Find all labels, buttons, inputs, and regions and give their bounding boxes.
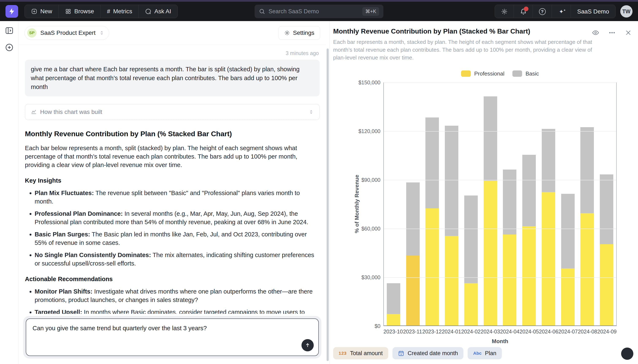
- chip-plan[interactable]: Abc Plan: [468, 347, 502, 359]
- bar-2023-10[interactable]: [387, 283, 400, 326]
- bar-segment-basic[interactable]: [464, 196, 478, 283]
- chat-input[interactable]: Can you give the same trend but quarterl…: [26, 318, 319, 356]
- bar-2024-04[interactable]: [503, 170, 516, 326]
- bar-segment-professional[interactable]: [503, 234, 516, 326]
- topbar: New Browse # Metrics Ask AI Search SaaS …: [0, 2, 638, 21]
- left-rail: [0, 21, 19, 364]
- chat-panel: SP SaaS Product Expert Settings 3 minute…: [19, 21, 326, 364]
- chat-settings-button[interactable]: Settings: [278, 26, 320, 40]
- chat-scrollbar[interactable]: [326, 21, 329, 364]
- how-chart-built-toggle[interactable]: How this chart was built: [25, 104, 320, 120]
- bar-segment-professional[interactable]: [522, 226, 536, 326]
- recommendation-item: Targeted Upsell: In months where Basic d…: [35, 308, 320, 314]
- chart-panel-title: Monthly Revenue Contribution by Plan (St…: [333, 28, 633, 35]
- x-tick-label: 2024-01: [442, 328, 461, 335]
- bar-segment-professional[interactable]: [425, 208, 439, 325]
- nav-new-label: New: [40, 8, 52, 15]
- chip-total-amount[interactable]: 123 Total amount: [333, 347, 388, 359]
- chip-created-date-month[interactable]: Created date month: [393, 347, 464, 359]
- more-options-icon[interactable]: [608, 29, 616, 36]
- bar-segment-professional[interactable]: [406, 256, 420, 326]
- topbar-right: ? ✦✦ SaaS Demo TW: [495, 5, 632, 18]
- message-timestamp: 3 minutes ago: [26, 50, 319, 56]
- bar-segment-basic[interactable]: [406, 182, 420, 256]
- chat-scrollbar-thumb[interactable]: [327, 48, 329, 361]
- help-button[interactable]: ?: [533, 5, 552, 18]
- bar-2023-11[interactable]: [406, 182, 420, 326]
- chat-message-list[interactable]: 3 minutes ago give me a bar chart where …: [19, 45, 326, 314]
- bar-2024-09[interactable]: [600, 174, 613, 326]
- agent-avatar: SP: [27, 28, 37, 38]
- close-icon[interactable]: [625, 29, 632, 36]
- y-axis-title: % of Monthly Revenue: [354, 174, 360, 233]
- key-insights-list: Plan Mix Fluctuates: The revenue split b…: [25, 189, 320, 268]
- chip-total-amount-label: Total amount: [350, 350, 383, 356]
- x-tick-label: 2024-06: [539, 328, 558, 335]
- how-chart-built-label: How this chart was built: [40, 108, 102, 115]
- bar-2024-06[interactable]: [542, 129, 555, 326]
- send-button[interactable]: [301, 339, 314, 351]
- settings-gear-button[interactable]: [495, 5, 514, 18]
- bars-container: [384, 82, 616, 326]
- bar-segment-professional[interactable]: [542, 192, 555, 325]
- bar-2024-03[interactable]: [484, 96, 497, 326]
- gridline: [384, 277, 616, 278]
- x-axis-title: Month: [383, 338, 617, 344]
- user-avatar[interactable]: TW: [620, 5, 632, 18]
- bar-2024-05[interactable]: [522, 155, 536, 325]
- bar-segment-basic[interactable]: [600, 174, 613, 244]
- x-tick-label: 2024-09: [597, 328, 617, 335]
- bar-segment-basic[interactable]: [503, 170, 516, 234]
- bar-segment-basic[interactable]: [445, 126, 458, 236]
- workspace-button[interactable]: SaaS Demo: [571, 5, 615, 18]
- primary-nav: New Browse # Metrics Ask AI: [25, 5, 178, 18]
- nav-metrics-button[interactable]: # Metrics: [101, 5, 139, 18]
- bar-segment-basic[interactable]: [484, 96, 497, 181]
- bar-2024-02[interactable]: [464, 196, 478, 326]
- bar-segment-basic[interactable]: [387, 283, 400, 314]
- text-field-icon: Abc: [473, 351, 482, 356]
- ai-assistant-button[interactable]: ✦✦: [552, 5, 571, 18]
- assistant-response: Monthly Revenue Contribution by Plan (% …: [25, 130, 320, 314]
- bar-segment-basic[interactable]: [580, 127, 594, 213]
- eye-icon[interactable]: [592, 29, 599, 36]
- notifications-button[interactable]: [514, 5, 533, 18]
- x-tick-label: 2024-08: [578, 328, 597, 335]
- bar-segment-basic[interactable]: [542, 129, 555, 192]
- global-search-input[interactable]: Search SaaS Demo ⌘+K: [255, 5, 383, 18]
- bar-segment-basic[interactable]: [522, 155, 536, 226]
- legend-item-professional[interactable]: Professional: [461, 70, 504, 77]
- agent-selector[interactable]: SP SaaS Product Expert: [25, 26, 109, 40]
- nav-ask-ai-label: Ask AI: [154, 8, 171, 15]
- chevron-up-down-icon: [99, 30, 104, 36]
- hash-icon: #: [107, 8, 110, 15]
- bar-segment-basic[interactable]: [561, 194, 575, 268]
- chat-sparkle-icon: [145, 8, 151, 14]
- gridline: [384, 131, 616, 132]
- nav-ask-ai-button[interactable]: Ask AI: [139, 5, 177, 18]
- y-tick-label: $120,000: [359, 128, 381, 134]
- bar-2023-12[interactable]: [425, 118, 439, 326]
- bar-2024-08[interactable]: [580, 127, 594, 325]
- key-insight-item: Professional Plan Dominance: In several …: [35, 210, 320, 226]
- bar-2024-07[interactable]: [561, 194, 575, 326]
- sidebar-toggle-icon[interactable]: [5, 26, 14, 35]
- bar-segment-professional[interactable]: [561, 268, 575, 326]
- nav-browse-button[interactable]: Browse: [59, 5, 101, 18]
- sparkles-icon: ✦✦: [558, 8, 565, 15]
- bar-segment-professional[interactable]: [580, 213, 594, 325]
- bar-segment-professional[interactable]: [387, 314, 400, 326]
- gridline: [384, 180, 616, 180]
- recommendations-heading: Actionable Recommendations: [25, 276, 320, 282]
- bar-segment-professional[interactable]: [464, 283, 478, 326]
- chevron-up-down-icon: [309, 110, 314, 114]
- bar-segment-professional[interactable]: [445, 236, 458, 326]
- search-icon: [259, 8, 265, 14]
- bar-2024-01[interactable]: [445, 126, 458, 326]
- app-logo[interactable]: [6, 5, 18, 18]
- bar-segment-professional[interactable]: [600, 244, 613, 326]
- bar-segment-professional[interactable]: [484, 181, 497, 325]
- new-chat-plus-icon[interactable]: [5, 43, 14, 52]
- nav-new-button[interactable]: New: [25, 5, 59, 18]
- legend-item-basic[interactable]: Basic: [512, 70, 539, 77]
